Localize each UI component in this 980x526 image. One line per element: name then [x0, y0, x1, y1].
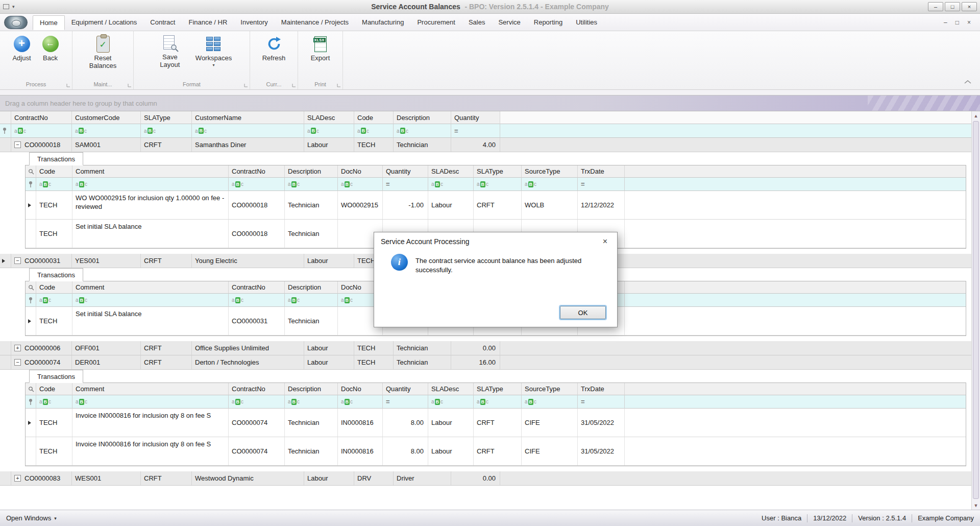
detail-column-slatype[interactable]: SLAType: [474, 383, 522, 395]
detail-column-quantity[interactable]: Quantity: [383, 165, 428, 178]
tab-home[interactable]: Home: [33, 15, 65, 30]
filter-cell[interactable]: aBc: [229, 178, 285, 191]
dialog-close-icon[interactable]: ×: [600, 237, 610, 246]
tab-inventory[interactable]: Inventory: [234, 15, 274, 29]
scrollbar-thumb[interactable]: [973, 121, 979, 499]
detail-column-comment[interactable]: Comment: [72, 281, 229, 294]
column-header-quantity[interactable]: Quantity: [451, 111, 500, 124]
tab-reporting[interactable]: Reporting: [527, 15, 569, 29]
export-button[interactable]: Export: [307, 34, 334, 63]
filter-cell[interactable]: aBc: [72, 294, 229, 307]
dialog-launcher-icon[interactable]: [128, 83, 132, 87]
open-windows-dropdown-icon[interactable]: ▾: [54, 516, 57, 521]
detail-column-code[interactable]: Code: [36, 383, 72, 395]
filter-cell[interactable]: aBc: [36, 294, 72, 307]
filter-cell[interactable]: aBc: [72, 178, 229, 191]
filter-cell[interactable]: =: [578, 395, 625, 409]
dialog-launcher-icon[interactable]: [244, 83, 248, 87]
collapse-toggle-icon[interactable]: −: [14, 359, 21, 366]
detail-column-quantity[interactable]: Quantity: [383, 383, 428, 395]
filter-cell[interactable]: aBc: [338, 395, 383, 409]
detail-column-description[interactable]: Description: [285, 165, 338, 178]
collapse-toggle-icon[interactable]: −: [14, 141, 21, 148]
detail-column-contractno[interactable]: ContractNo: [229, 383, 285, 395]
filter-cell-quantity[interactable]: =: [451, 124, 500, 138]
filter-cell[interactable]: =: [383, 178, 428, 191]
doc-restore-button[interactable]: □: [955, 19, 959, 26]
doc-close-button[interactable]: ×: [967, 19, 971, 26]
filter-cell[interactable]: aBc: [229, 294, 285, 307]
transactions-tab[interactable]: Transactions: [29, 370, 83, 383]
transactions-tab[interactable]: Transactions: [29, 152, 83, 165]
detail-column-trxdate[interactable]: TrxDate: [578, 165, 625, 178]
column-header-slatype[interactable]: SLAType: [141, 111, 192, 124]
tab-manufacturing[interactable]: Manufacturing: [355, 15, 410, 29]
column-header-code[interactable]: Code: [354, 111, 394, 124]
collapse-ribbon-icon[interactable]: [964, 80, 972, 84]
detail-column-code[interactable]: Code: [36, 281, 72, 294]
filter-cell-description[interactable]: aBc: [394, 124, 451, 138]
vertical-scrollbar[interactable]: ▲ ▼: [971, 111, 980, 510]
detail-column-contractno[interactable]: ContractNo: [229, 281, 285, 294]
filter-cell[interactable]: aBc: [36, 178, 72, 191]
detail-column-description[interactable]: Description: [285, 281, 338, 294]
back-button[interactable]: Back: [37, 34, 64, 63]
column-header-customercode[interactable]: CustomerCode: [72, 111, 141, 124]
detail-column-slatype[interactable]: SLAType: [474, 165, 522, 178]
detail-column-sladesc[interactable]: SLADesc: [428, 165, 474, 178]
filter-cell-customername[interactable]: aBc: [192, 124, 304, 138]
filter-cell[interactable]: aBc: [522, 178, 578, 191]
filter-cell[interactable]: =: [383, 395, 428, 409]
filter-cell[interactable]: aBc: [474, 395, 522, 409]
filter-cell[interactable]: aBc: [36, 395, 72, 409]
detail-column-comment[interactable]: Comment: [72, 165, 229, 178]
close-button[interactable]: ×: [962, 2, 977, 11]
contract-row-co0000083[interactable]: +CO0000083 WES001 CRFT Westwood Dynamic …: [0, 471, 971, 486]
quick-access-dropdown-icon[interactable]: ▾: [12, 4, 15, 9]
column-header-sladesc[interactable]: SLADesc: [304, 111, 354, 124]
restore-button[interactable]: □: [945, 2, 960, 11]
detail-column-sourcetype[interactable]: SourceType: [522, 383, 578, 395]
transaction-row[interactable]: TECH Invoice IN0000816 for inclusion qty…: [26, 409, 966, 437]
filter-cell[interactable]: aBc: [522, 395, 578, 409]
column-header-description[interactable]: Description: [394, 111, 451, 124]
refresh-button[interactable]: Refresh: [260, 34, 288, 63]
filter-cell[interactable]: aBc: [428, 178, 474, 191]
minimize-button[interactable]: –: [928, 2, 943, 11]
filter-cell[interactable]: aBc: [285, 294, 338, 307]
column-header-contractno[interactable]: ContractNo: [11, 111, 72, 124]
filter-cell[interactable]: aBc: [338, 178, 383, 191]
contract-row-co0000074[interactable]: −CO0000074 DER001 CRFT Derton / Technolo…: [0, 355, 971, 370]
scroll-up-icon[interactable]: ▲: [972, 111, 980, 120]
scroll-down-icon[interactable]: ▼: [972, 501, 980, 510]
tab-maintenance-projects[interactable]: Maintenance / Projects: [275, 15, 355, 29]
filter-cell-sladesc[interactable]: aBc: [304, 124, 354, 138]
ok-button[interactable]: OK: [560, 306, 606, 319]
contract-row-co0000006[interactable]: +CO0000006 OFF001 CRFT Office Supplies U…: [0, 341, 971, 355]
detail-column-comment[interactable]: Comment: [72, 383, 229, 395]
search-icon[interactable]: [28, 386, 34, 392]
transactions-tab[interactable]: Transactions: [29, 268, 83, 281]
detail-column-docno[interactable]: DocNo: [338, 165, 383, 178]
app-menu-button[interactable]: [4, 16, 28, 29]
tab-equipment-locations[interactable]: Equipment / Locations: [65, 15, 144, 29]
group-by-bar[interactable]: Drag a column header here to group by th…: [0, 95, 980, 111]
adjust-button[interactable]: Adjust: [9, 34, 35, 63]
detail-column-description[interactable]: Description: [285, 383, 338, 395]
search-icon[interactable]: [28, 284, 34, 291]
detail-column-sladesc[interactable]: SLADesc: [428, 383, 474, 395]
contract-row-co0000018[interactable]: −CO0000018 SAM001 CRFT Samanthas Diner L…: [0, 138, 971, 152]
filter-cell[interactable]: aBc: [285, 395, 338, 409]
detail-column-code[interactable]: Code: [36, 165, 72, 178]
tab-utilities[interactable]: Utilities: [569, 15, 604, 29]
dialog-launcher-icon[interactable]: [292, 83, 296, 87]
detail-column-sourcetype[interactable]: SourceType: [522, 165, 578, 178]
dialog-launcher-icon[interactable]: [66, 83, 70, 87]
filter-cell[interactable]: aBc: [285, 178, 338, 191]
filter-cell-customercode[interactable]: aBc: [72, 124, 141, 138]
column-header-customername[interactable]: CustomerName: [192, 111, 304, 124]
tab-contract[interactable]: Contract: [143, 15, 182, 29]
workspaces-button[interactable]: Workspaces ▾: [193, 34, 234, 68]
tab-sales[interactable]: Sales: [462, 15, 492, 29]
expand-toggle-icon[interactable]: +: [14, 345, 21, 351]
